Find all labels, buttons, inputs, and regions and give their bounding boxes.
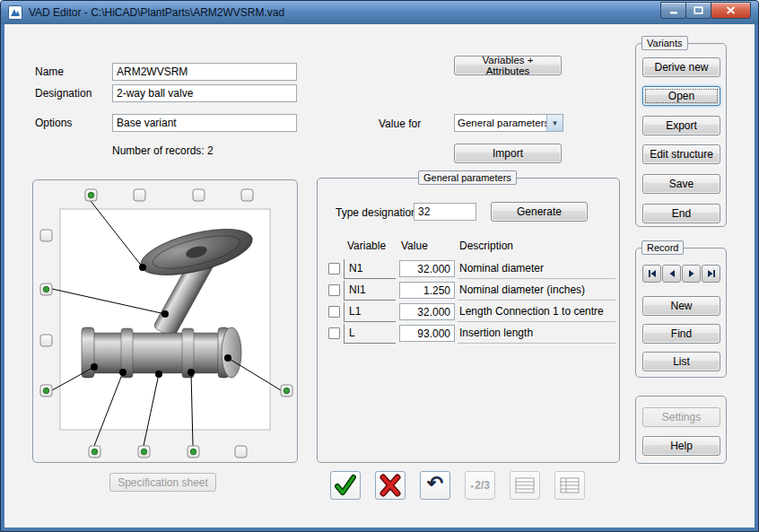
green-dot-icon bbox=[43, 388, 48, 393]
connection-marker[interactable] bbox=[40, 230, 52, 241]
options-input[interactable] bbox=[112, 114, 297, 132]
close-button[interactable] bbox=[711, 2, 751, 19]
variable-name: L1 bbox=[344, 302, 396, 322]
help-button[interactable]: Help bbox=[642, 436, 720, 456]
record-group: Record New Find List bbox=[635, 248, 727, 378]
connection-marker[interactable] bbox=[85, 189, 97, 201]
row-checkbox[interactable] bbox=[328, 284, 340, 296]
green-dot-icon bbox=[190, 449, 196, 454]
variables-attributes-button[interactable]: Variables + Attributes bbox=[454, 56, 562, 75]
app-icon bbox=[8, 5, 22, 20]
general-parameters-group: General parameters Type designation Gene… bbox=[317, 178, 620, 463]
row-checkbox[interactable] bbox=[328, 306, 340, 318]
type-designation-label: Type designation bbox=[336, 206, 417, 219]
window-title: VAD Editor - C:\HiCAD\PlantParts\ARM2WVS… bbox=[29, 6, 284, 19]
column-header-description: Description bbox=[459, 240, 513, 252]
value-input[interactable] bbox=[399, 282, 455, 299]
name-input[interactable] bbox=[112, 63, 297, 81]
row-checkbox[interactable] bbox=[328, 327, 340, 339]
valve-right-face bbox=[222, 327, 241, 378]
green-dot-icon bbox=[43, 286, 48, 292]
value-for-label: Value for bbox=[379, 118, 421, 130]
cancel-button[interactable] bbox=[375, 471, 406, 500]
green-dot-icon bbox=[88, 192, 93, 197]
options-label: Options bbox=[35, 117, 72, 129]
row-checkbox[interactable] bbox=[328, 263, 340, 275]
name-label: Name bbox=[35, 65, 64, 78]
record-group-title: Record bbox=[641, 240, 684, 255]
page-indicator-button[interactable]: ● 2/3 bbox=[465, 471, 495, 500]
connection-marker[interactable] bbox=[193, 189, 205, 201]
derive-new-button[interactable]: Derive new bbox=[642, 57, 720, 77]
value-input[interactable] bbox=[399, 303, 455, 320]
record-last-button[interactable] bbox=[702, 265, 720, 283]
value-input[interactable] bbox=[399, 325, 455, 342]
variable-description: Insertion length bbox=[458, 324, 615, 344]
parameter-row: L Insertion length bbox=[318, 324, 619, 345]
export-button[interactable]: Export bbox=[642, 116, 720, 135]
parameter-row: N1 Nominal diameter bbox=[318, 259, 619, 281]
valve-preview-panel bbox=[32, 179, 298, 463]
connection-marker[interactable] bbox=[235, 446, 247, 458]
connection-marker[interactable] bbox=[40, 283, 52, 295]
variable-name: L bbox=[344, 324, 396, 344]
variable-description: Nominal diameter (inches) bbox=[458, 281, 615, 301]
titlebar[interactable]: VAD Editor - C:\HiCAD\PlantParts\ARM2WVS… bbox=[1, 1, 758, 24]
connection-marker[interactable] bbox=[40, 385, 52, 397]
connection-marker[interactable] bbox=[138, 446, 150, 458]
apply-button[interactable] bbox=[330, 471, 361, 500]
variable-name: NI1 bbox=[344, 281, 396, 301]
list-records-button[interactable]: List bbox=[642, 352, 720, 371]
record-table-button[interactable] bbox=[510, 471, 540, 500]
connection-marker[interactable] bbox=[134, 189, 145, 201]
valve-preview bbox=[33, 180, 297, 462]
connection-marker[interactable] bbox=[188, 446, 199, 458]
import-button[interactable]: Import bbox=[454, 144, 562, 163]
chevron-down-icon[interactable]: ▼ bbox=[546, 115, 563, 131]
previous-record-icon bbox=[667, 268, 677, 279]
undo-button[interactable]: ↶ bbox=[420, 471, 450, 500]
record-first-button[interactable] bbox=[642, 265, 661, 283]
type-designation-input[interactable] bbox=[414, 203, 476, 221]
close-icon bbox=[726, 6, 736, 14]
dot-icon: ● bbox=[470, 483, 474, 489]
connection-marker[interactable] bbox=[241, 189, 253, 201]
settings-button[interactable]: Settings bbox=[642, 407, 720, 427]
parameter-row: NI1 Nominal diameter (inches) bbox=[318, 281, 619, 302]
record-previous-button[interactable] bbox=[662, 265, 681, 283]
find-record-button[interactable]: Find bbox=[642, 324, 720, 344]
variable-name: N1 bbox=[344, 259, 396, 279]
connection-marker[interactable] bbox=[40, 335, 52, 346]
record-next-button[interactable] bbox=[682, 265, 701, 283]
settings-group: Settings Help bbox=[635, 396, 727, 464]
parameter-row: L1 Length Connection 1 to centre bbox=[318, 302, 619, 324]
save-button[interactable]: Save bbox=[642, 174, 720, 194]
column-header-variable: Variable bbox=[347, 240, 386, 252]
end-button[interactable]: End bbox=[642, 204, 720, 223]
generate-button[interactable]: Generate bbox=[491, 202, 588, 222]
variable-description: Length Connection 1 to centre bbox=[458, 302, 615, 322]
designation-input[interactable] bbox=[112, 84, 297, 102]
maximize-button[interactable] bbox=[685, 2, 711, 19]
connection-marker[interactable] bbox=[89, 446, 100, 458]
general-parameters-title: General parameters bbox=[418, 170, 517, 185]
x-icon bbox=[378, 474, 403, 497]
variable-description: Nominal diameter bbox=[458, 259, 615, 279]
edit-structure-button[interactable]: Edit structure bbox=[642, 144, 720, 164]
check-icon bbox=[332, 474, 359, 497]
green-dot-icon bbox=[92, 449, 97, 454]
maximize-icon bbox=[694, 6, 703, 14]
value-for-selected: General parameters bbox=[455, 118, 546, 128]
first-record-icon bbox=[647, 268, 658, 279]
open-button[interactable]: Open bbox=[642, 86, 720, 106]
value-for-select[interactable]: General parameters ▼ bbox=[454, 114, 563, 132]
new-record-button[interactable]: New bbox=[642, 296, 720, 316]
records-count-text: Number of records: 2 bbox=[112, 144, 214, 157]
last-record-icon bbox=[706, 268, 717, 279]
specification-sheet-button[interactable]: Specification sheet bbox=[109, 473, 216, 492]
table-icon bbox=[515, 477, 535, 493]
minimize-button[interactable] bbox=[660, 2, 686, 19]
value-input[interactable] bbox=[399, 260, 455, 277]
connection-marker[interactable] bbox=[281, 385, 292, 397]
record-list-button[interactable] bbox=[554, 471, 585, 500]
